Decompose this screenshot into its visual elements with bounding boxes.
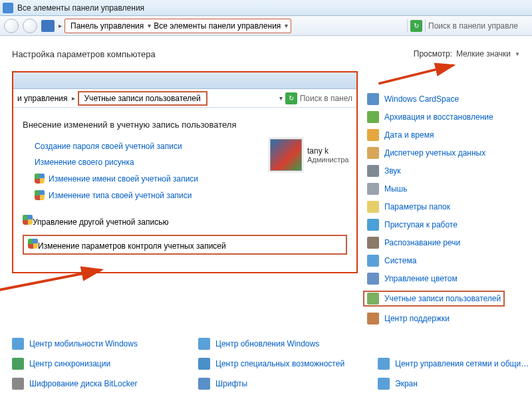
cpl-item[interactable]: Дата и время	[367, 129, 505, 141]
cpl-item-icon	[367, 201, 379, 213]
cpl-item-icon	[12, 358, 24, 370]
cpl-item[interactable]: Центр синхронизации	[12, 358, 192, 370]
header-row: Настройка параметров компьютера Просмотр…	[12, 49, 520, 59]
cpl-item[interactable]: Центр управления сетями и общи…	[378, 358, 532, 370]
cpl-item-label: Распознавание речи	[384, 238, 460, 247]
breadcrumb-highlight[interactable]: Панель управления ▾ Все элементы панели …	[65, 19, 291, 33]
cpl-item[interactable]: Шрифты	[198, 378, 371, 390]
cpl-item-icon	[367, 147, 379, 159]
inset-search-text: Поиск в панел	[300, 94, 352, 103]
cpl-item-label: Центр управления сетями и общи…	[395, 359, 529, 368]
user-accounts-inset: и управления ▸ Учетные записи пользовате…	[12, 71, 358, 273]
cpl-item-icon	[198, 338, 210, 350]
control-panel-items-right: Windows CardSpaceАрхивация и восстановле…	[367, 71, 505, 325]
cpl-item-icon	[367, 273, 379, 285]
chevron-down-icon: ▾	[279, 94, 283, 102]
view-value[interactable]: Мелкие значки	[456, 49, 511, 59]
link-change-type[interactable]: Изменение типа своей учетной записи	[35, 190, 347, 200]
user-picture[interactable]	[270, 139, 302, 171]
user-role: Администра	[307, 156, 348, 164]
search-input[interactable]: Поиск в панели управле	[428, 21, 528, 31]
cpl-item-icon	[367, 293, 379, 305]
control-panel-icon	[41, 20, 55, 32]
nav-back-button[interactable]	[4, 19, 19, 33]
cpl-item[interactable]: Параметры папок	[367, 201, 505, 213]
view-selector[interactable]: Просмотр: Мелкие значки ▼	[414, 49, 520, 59]
cpl-item[interactable]: Архивация и восстановление	[367, 111, 505, 123]
cpl-item-label: Архивация и восстановление	[384, 112, 493, 122]
window-title: Все элементы панели управления	[17, 3, 144, 13]
inset-heading: Внесение изменений в учетную запись поль…	[23, 120, 347, 130]
chevron-right-icon: ▸	[59, 22, 62, 29]
control-panel-items-bottom: Центр мобильности WindowsЦентр обновлени…	[0, 338, 532, 390]
cpl-item[interactable]: Шифрование диска BitLocker	[12, 378, 192, 390]
page-title: Настройка параметров компьютера	[12, 49, 156, 59]
view-label: Просмотр:	[414, 49, 452, 59]
cpl-item-icon	[12, 338, 24, 350]
shield-icon	[35, 190, 45, 200]
cpl-item-icon	[367, 183, 379, 195]
cpl-item[interactable]: Приступая к работе	[367, 219, 505, 231]
cpl-item-icon	[367, 313, 379, 325]
cpl-item[interactable]: Управление цветом	[367, 273, 505, 285]
divider	[407, 19, 408, 33]
user-text: tany k Администра	[307, 146, 348, 164]
cpl-item[interactable]: Звук	[367, 165, 505, 177]
cpl-item-label: Windows CardSpace	[384, 94, 459, 104]
cpl-item-icon	[367, 93, 379, 105]
link-manage-other[interactable]: Управление другой учетной записью	[23, 215, 347, 227]
cpl-item-icon	[378, 358, 390, 370]
cpl-item-icon	[367, 165, 379, 177]
cpl-item-icon	[367, 237, 379, 249]
link-change-name[interactable]: Изменение имени своей учетной записи	[35, 174, 347, 184]
link-uac-settings[interactable]: Изменение параметров контроля учетных за…	[28, 239, 226, 251]
cpl-item-label: Шрифты	[215, 379, 247, 388]
cpl-item[interactable]: Центр специальных возможностей	[198, 358, 371, 370]
account-admin-list: Управление другой учетной записью Измене…	[23, 215, 347, 255]
cpl-item[interactable]: Экран	[378, 378, 532, 390]
chevron-down-icon: ▼	[515, 51, 520, 57]
cpl-item-label: Шифрование диска BitLocker	[29, 379, 137, 388]
cpl-item[interactable]: Мышь	[367, 183, 505, 195]
inset-body: Внесение изменений в учетную запись поль…	[13, 108, 356, 272]
cpl-item[interactable]: Центр обновления Windows	[198, 338, 371, 350]
cpl-item-label: Управление цветом	[384, 274, 458, 283]
cpl-item-label: Центр обновления Windows	[215, 339, 319, 348]
cpl-item[interactable]: Система	[367, 255, 505, 267]
main-area: и управления ▸ Учетные записи пользовате…	[12, 71, 520, 325]
breadcrumb-seg-1[interactable]: Панель управления	[68, 20, 146, 32]
breadcrumb-container: ▸ Панель управления ▾ Все элементы панел…	[41, 19, 291, 33]
search-area: ↻ Поиск в панели управле	[407, 19, 528, 33]
cpl-item-label: Система	[384, 256, 416, 265]
breadcrumb-seg-2[interactable]: Все элементы панели управления	[151, 20, 283, 32]
inset-search[interactable]: ↻ Поиск в панел	[285, 92, 352, 104]
shield-icon	[35, 174, 45, 184]
window-icon	[3, 3, 13, 13]
cpl-item[interactable]: Windows CardSpace	[367, 93, 505, 105]
cpl-item[interactable]: Центр поддержки	[367, 313, 505, 325]
nav-forward-button[interactable]	[23, 19, 37, 33]
cpl-item-icon	[367, 129, 379, 141]
cpl-item[interactable]: Диспетчер учетных данных	[367, 147, 505, 159]
cpl-item-label: Центр поддержки	[384, 314, 450, 323]
cpl-item[interactable]: Центр мобильности Windows	[12, 338, 192, 350]
cpl-item[interactable]: Распознавание речи	[367, 237, 505, 249]
refresh-icon[interactable]: ↻	[285, 92, 297, 104]
shield-icon	[23, 215, 33, 225]
inset-breadcrumb-user[interactable]: Учетные записи пользователей	[78, 91, 207, 106]
inset-navbar: и управления ▸ Учетные записи пользовате…	[13, 89, 356, 108]
cpl-item-label: Звук	[384, 166, 401, 176]
cpl-item-label: Диспетчер учетных данных	[384, 148, 485, 158]
cpl-item-label: Центр синхронизации	[29, 359, 110, 368]
cpl-item-icon	[198, 378, 210, 390]
cpl-item-icon	[378, 378, 390, 390]
cpl-item-icon	[367, 111, 379, 123]
cpl-item-label: Параметры папок	[384, 202, 450, 211]
cpl-item-icon	[12, 378, 24, 390]
chevron-down-icon: ▾	[285, 22, 288, 29]
refresh-icon[interactable]: ↻	[410, 20, 422, 32]
user-name: tany k	[307, 146, 348, 156]
cpl-item-label: Центр мобильности Windows	[29, 339, 138, 348]
inset-breadcrumb-prefix[interactable]: и управления	[17, 94, 68, 103]
cpl-item-user-accounts[interactable]: Учетные записи пользователей	[363, 291, 505, 307]
